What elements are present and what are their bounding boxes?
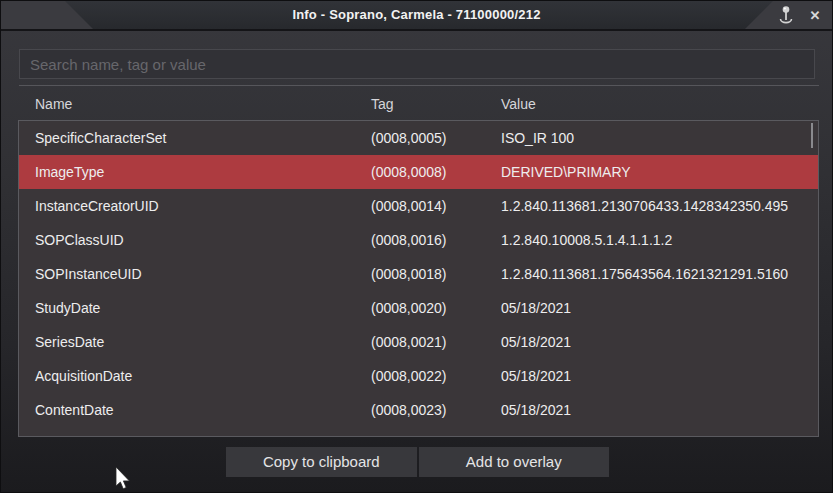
copy-to-clipboard-button[interactable]: Copy to clipboard: [226, 447, 417, 477]
table-row[interactable]: SOPInstanceUID (0008,0018) 1.2.840.11368…: [19, 257, 818, 291]
mouse-cursor: [115, 467, 131, 493]
table-body: SpecificCharacterSet (0008,0005) ISO_IR …: [19, 121, 818, 427]
table-row[interactable]: SpecificCharacterSet (0008,0005) ISO_IR …: [19, 121, 818, 155]
cell-value: 05/18/2021: [501, 402, 818, 418]
cell-value: 1.2.840.113681.175643564.1621321291.5160: [501, 266, 818, 282]
search-input[interactable]: [19, 49, 815, 79]
button-bar: Copy to clipboard Add to overlay: [226, 447, 609, 477]
cell-tag: (0008,0008): [371, 164, 501, 180]
cell-tag: (0008,0020): [371, 300, 501, 316]
cell-value: ISO_IR 100: [501, 130, 818, 146]
cell-tag: (0008,0018): [371, 266, 501, 282]
pin-button[interactable]: [774, 4, 798, 28]
cell-name: ImageType: [19, 164, 371, 180]
cell-tag: (0008,0021): [371, 334, 501, 350]
table-row[interactable]: StudyDate (0008,0020) 05/18/2021: [19, 291, 818, 325]
cell-value: 1.2.840.113681.2130706433.1428342350.495: [501, 198, 818, 214]
cell-value: 1.2.840.10008.5.1.4.1.1.1.2: [501, 232, 818, 248]
cell-name: InstanceCreatorUID: [19, 198, 371, 214]
close-icon: ✕: [810, 8, 821, 23]
table-row[interactable]: AcquisitionDate (0008,0022) 05/18/2021: [19, 359, 818, 393]
cell-name: SeriesDate: [19, 334, 371, 350]
cell-tag: (0008,0014): [371, 198, 501, 214]
cell-tag: (0008,0023): [371, 402, 501, 418]
cell-name: SpecificCharacterSet: [19, 130, 371, 146]
cell-name: ContentDate: [19, 402, 371, 418]
scrollbar-thumb[interactable]: [811, 123, 813, 148]
cell-tag: (0008,0005): [371, 130, 501, 146]
column-header-tag[interactable]: Tag: [371, 96, 501, 112]
dicom-tag-table: SpecificCharacterSet (0008,0005) ISO_IR …: [18, 120, 819, 437]
cell-name: AcquisitionDate: [19, 368, 371, 384]
cell-tag: (0008,0016): [371, 232, 501, 248]
search-separator: [19, 85, 819, 86]
table-header: Name Tag Value: [18, 89, 819, 119]
cell-value: 05/18/2021: [501, 334, 818, 350]
cell-name: SOPInstanceUID: [19, 266, 371, 282]
column-header-name[interactable]: Name: [18, 96, 371, 112]
title-bar: Info - Soprano, Carmela - 71100000/212 ✕: [1, 1, 832, 31]
column-header-value[interactable]: Value: [501, 96, 819, 112]
cell-value: 05/18/2021: [501, 300, 818, 316]
cell-tag: (0008,0022): [371, 368, 501, 384]
table-row[interactable]: ImageType (0008,0008) DERIVED\PRIMARY: [19, 155, 818, 189]
table-row[interactable]: SeriesDate (0008,0021) 05/18/2021: [19, 325, 818, 359]
add-to-overlay-button[interactable]: Add to overlay: [419, 447, 610, 477]
table-row[interactable]: SOPClassUID (0008,0016) 1.2.840.10008.5.…: [19, 223, 818, 257]
pin-icon: [774, 14, 798, 31]
info-dialog-window: Info - Soprano, Carmela - 71100000/212 ✕…: [0, 0, 833, 493]
close-button[interactable]: ✕: [804, 5, 826, 27]
table-row[interactable]: InstanceCreatorUID (0008,0014) 1.2.840.1…: [19, 189, 818, 223]
cell-value: 05/18/2021: [501, 368, 818, 384]
table-row[interactable]: ContentDate (0008,0023) 05/18/2021: [19, 393, 818, 427]
cell-value: DERIVED\PRIMARY: [501, 164, 818, 180]
cell-name: StudyDate: [19, 300, 371, 316]
window-title: Info - Soprano, Carmela - 71100000/212: [1, 1, 832, 29]
cell-name: SOPClassUID: [19, 232, 371, 248]
